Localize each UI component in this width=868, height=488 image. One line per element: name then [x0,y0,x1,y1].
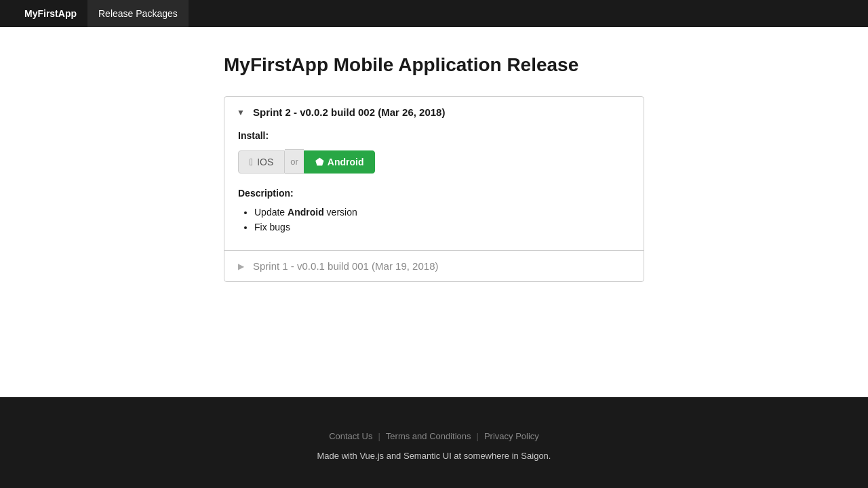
page-title: MyFirstApp Mobile Application Release [224,54,644,76]
description-list: Update Android version Fix bugs [238,207,630,232]
footer-links: Contact Us | Terms and Conditions | Priv… [14,431,854,441]
android-icon: ⬟ [315,157,323,167]
release-header-sprint1[interactable]: ▶ Sprint 1 - v0.0.1 build 001 (Mar 19, 2… [224,251,644,281]
footer-divider-2: | [471,431,484,441]
list-item: Update Android version [254,207,630,218]
ios-install-button[interactable]:  IOS [238,150,285,174]
chevron-right-icon: ▶ [235,261,246,272]
install-buttons:  IOS or ⬟ Android [238,149,630,174]
release-item-sprint1: ▶ Sprint 1 - v0.0.1 build 001 (Mar 19, 2… [224,251,644,281]
footer-divider-1: | [372,431,385,441]
navbar: MyFirstApp Release Packages [0,0,868,27]
release-title-sprint1: Sprint 1 - v0.0.1 build 001 (Mar 19, 201… [253,260,439,272]
android-install-button[interactable]: ⬟ Android [304,150,376,174]
desc-text-2: Fix bugs [254,222,290,232]
release-body-sprint2: Install:  IOS or ⬟ Android Description: [224,130,644,250]
release-title-sprint2: Sprint 2 - v0.0.2 build 002 (Mar 26, 201… [253,106,445,118]
apple-icon:  [250,157,253,167]
footer-link-terms[interactable]: Terms and Conditions [386,431,471,441]
footer: Contact Us | Terms and Conditions | Priv… [0,397,868,488]
install-label: Install: [238,130,630,141]
android-bold: Android [288,207,324,218]
chevron-down-icon: ▼ [235,107,246,118]
main-content: MyFirstApp Mobile Application Release ▼ … [0,27,868,397]
list-item: Fix bugs [254,222,630,232]
or-text: or [285,149,304,174]
nav-link-release-packages[interactable]: Release Packages [87,0,189,27]
release-item-sprint2: ▼ Sprint 2 - v0.0.2 build 002 (Mar 26, 2… [224,97,644,251]
android-label: Android [328,157,364,167]
footer-made-with: Made with Vue.js and Semantic UI at some… [14,451,854,461]
release-header-sprint2[interactable]: ▼ Sprint 2 - v0.0.2 build 002 (Mar 26, 2… [224,97,644,127]
nav-brand[interactable]: MyFirstApp [14,0,87,27]
description-label: Description: [238,188,630,199]
releases-container: ▼ Sprint 2 - v0.0.2 build 002 (Mar 26, 2… [224,96,644,282]
footer-link-contact[interactable]: Contact Us [329,431,372,441]
ios-label: IOS [257,157,273,167]
footer-link-privacy[interactable]: Privacy Policy [484,431,539,441]
desc-text-1: Update Android version [254,207,357,218]
